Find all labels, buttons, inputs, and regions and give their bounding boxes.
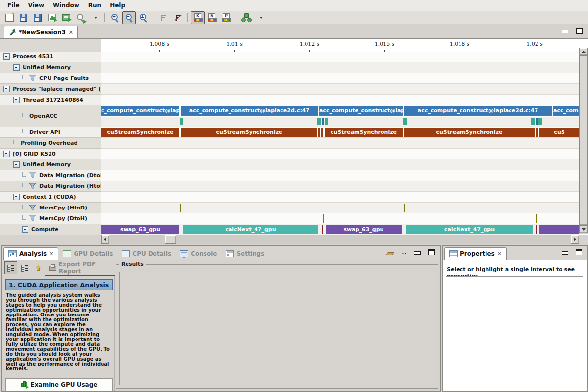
menu-window[interactable]: Window — [49, 1, 84, 10]
tab-console[interactable]: Console — [176, 248, 221, 260]
maximize-icon[interactable] — [428, 249, 435, 255]
vertical-scrollbar-thumb[interactable] — [579, 55, 588, 225]
tree-row-unified-memory[interactable]: Unified Memory — [0, 62, 101, 73]
topology-dropdown[interactable] — [254, 11, 267, 24]
examine-gpu-usage-button[interactable]: Examine GPU Usage — [5, 378, 113, 391]
memcpy-htod-interval[interactable] — [404, 204, 405, 212]
collapse-icon[interactable] — [3, 151, 10, 157]
tree-row-data-migration-dtoh[interactable]: Data Migration (DtoH) — [0, 170, 101, 181]
minimize-icon[interactable] — [562, 30, 568, 33]
openacc-interval[interactable]: acc_compute_construct@laplace2d.c:47 — [181, 106, 318, 116]
zoom-in-button[interactable]: + — [108, 11, 122, 24]
save-all-button[interactable]: ... — [31, 11, 45, 24]
kernel-interval[interactable]: swap_63_gpu — [326, 225, 402, 234]
clear-marker-button[interactable] — [171, 11, 184, 24]
timeline-ruler[interactable]: 1.008 s 1.01 s 1.012 s 1.015 s 1.018 s 1… — [101, 39, 579, 52]
tab-settings[interactable]: Settings — [221, 248, 269, 260]
openacc-event-marker[interactable] — [537, 118, 538, 125]
session-tab[interactable]: *NewSession3 ✕ — [4, 26, 78, 39]
scroll-up-button[interactable] — [579, 48, 588, 55]
tree-row-memcpy-dtoh[interactable]: MemCpy (DtoH) — [0, 213, 101, 224]
tab-gpu-details[interactable]: GPU Details — [58, 248, 117, 260]
memcpy-dtoh-interval[interactable] — [323, 214, 324, 223]
guided-analysis-button[interactable] — [4, 261, 17, 274]
save-button[interactable] — [17, 11, 30, 24]
collapse-icon[interactable] — [13, 64, 20, 71]
tree-row-openacc[interactable]: OpenACC — [0, 105, 101, 127]
openacc-event-marker[interactable] — [323, 118, 324, 125]
new-session-button[interactable] — [2, 11, 16, 24]
tree-row-process-laplace[interactable]: Process "laplace_managed" (538) — [0, 84, 101, 95]
collapse-icon[interactable] — [3, 53, 10, 60]
zoom-out-button[interactable]: − — [122, 11, 136, 24]
kernel-interval[interactable] — [322, 225, 323, 234]
minimize-icon[interactable] — [562, 251, 568, 255]
process-view-button[interactable]: P — [219, 11, 233, 24]
openacc-interval[interactable]: acc_compute_construct@laplace2d.c:47 — [404, 106, 552, 116]
kernel-interval[interactable]: calcNext_47_gpu — [183, 225, 318, 234]
driver-api-interval[interactable]: cuStreamSynchronize — [181, 128, 317, 137]
view-menu-icon[interactable] — [386, 252, 394, 255]
kernel-view-button[interactable]: K — [191, 11, 205, 24]
collapse-icon[interactable] — [13, 161, 20, 168]
openacc-wait-marker[interactable] — [531, 118, 535, 125]
openacc-wait-marker[interactable] — [180, 118, 183, 125]
kernel-interval[interactable]: swap_63_gpu — [101, 225, 179, 234]
driver-api-interval[interactable]: cuStreamSynchronize — [404, 128, 535, 137]
export-pdf-button[interactable]: Export PDF Report — [45, 260, 115, 276]
scroll-right-button[interactable] — [571, 235, 579, 244]
stream-view-button[interactable]: S — [205, 11, 219, 24]
menu-file[interactable]: File — [3, 1, 25, 10]
maximize-icon[interactable] — [576, 28, 583, 34]
kernel-interval[interactable]: calcNext_47_gpu — [406, 225, 533, 234]
horizontal-scrollbar[interactable] — [101, 235, 579, 244]
openacc-event-marker[interactable] — [536, 118, 537, 125]
close-icon[interactable]: ✕ — [497, 251, 502, 257]
memcpy-dtoh-interval[interactable] — [536, 214, 537, 223]
openacc-wait-marker[interactable] — [317, 118, 321, 125]
openacc-interval[interactable]: acc_compute_construct@laplace... — [319, 106, 403, 116]
memcpy-htod-interval[interactable] — [180, 204, 181, 212]
collapse-icon[interactable] — [3, 86, 10, 92]
driver-api-interval[interactable] — [536, 128, 538, 137]
driver-api-interval[interactable] — [321, 128, 323, 137]
rename-button[interactable] — [59, 11, 73, 24]
vertical-scrollbar[interactable] — [579, 48, 588, 234]
tree-row-memcpy-htod[interactable]: MemCpy (HtoD) — [0, 203, 101, 213]
minimize-icon[interactable] — [414, 251, 421, 255]
tab-analysis[interactable]: Analysis ✕ — [3, 247, 58, 260]
tree-row-data-migration-htod[interactable]: Data Migration (HtoD) — [0, 181, 101, 192]
collapse-icon[interactable] — [22, 226, 28, 233]
zoom-fit-button[interactable]: ± — [136, 11, 150, 24]
analyze-dropdown[interactable] — [88, 11, 102, 24]
tree-row-process-4531[interactable]: Process 4531 — [0, 52, 101, 62]
scroll-left-button[interactable] — [101, 235, 109, 244]
horizontal-scrollbar-thumb[interactable] — [165, 235, 176, 244]
driver-api-interval[interactable]: cuStreamSynchronize — [101, 128, 179, 137]
driver-api-interval[interactable]: cuS — [539, 128, 579, 137]
tree-row-grid-k520[interactable]: [0] GRID K520 — [0, 149, 101, 159]
openacc-interval[interactable]: acc_comp — [553, 106, 579, 116]
kernel-interval[interactable] — [536, 225, 537, 234]
tab-cpu-details[interactable]: CPU Details — [117, 248, 176, 260]
maximize-icon[interactable] — [576, 249, 582, 255]
tree-row-driver-api[interactable]: Driver API — [0, 127, 101, 138]
menu-run[interactable]: Run — [84, 1, 106, 10]
topology-button[interactable] — [239, 11, 253, 24]
openacc-interval[interactable]: c_compute_construct@laplace... — [101, 106, 179, 116]
menu-view[interactable]: View — [25, 1, 49, 10]
collapse-icon[interactable] — [13, 194, 20, 200]
scroll-down-button[interactable] — [579, 225, 588, 233]
kernel-interval[interactable] — [539, 225, 579, 234]
tree-row-context-1[interactable]: Context 1 (CUDA) — [0, 192, 101, 203]
generate-timeline-button[interactable] — [45, 11, 59, 24]
driver-api-interval[interactable]: cuStreamSynchronize — [325, 128, 403, 137]
tree-row-compute[interactable]: Compute — [0, 224, 101, 235]
driver-api-interval[interactable] — [318, 128, 320, 137]
back-up-button[interactable] — [32, 261, 45, 274]
tree-row-thread[interactable]: Thread 3172140864 — [0, 95, 101, 105]
collapse-icon[interactable] — [13, 97, 20, 103]
tree-row-profiling-overhead[interactable]: Profiling Overhead — [0, 138, 101, 149]
openacc-wait-marker[interactable] — [538, 118, 542, 125]
analyze-button[interactable] — [74, 11, 87, 24]
